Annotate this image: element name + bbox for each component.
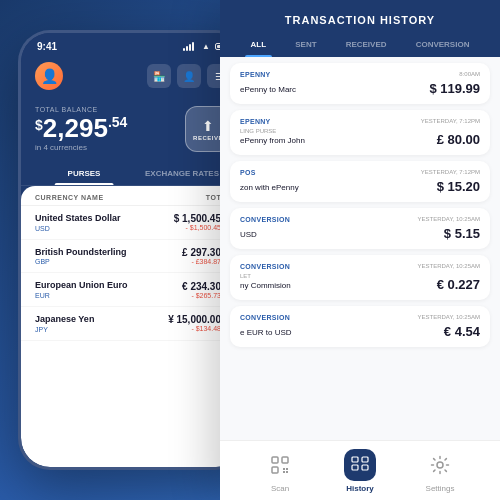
nav-item-history[interactable]: History: [344, 449, 376, 493]
transaction-desc-2: zon with ePenny: [240, 183, 299, 192]
currency-name-eur: European Union Euro: [35, 280, 182, 292]
svg-rect-6: [286, 471, 288, 473]
transaction-title: TRANSACTION HISTORY: [236, 14, 484, 26]
balance-decimal: .54: [108, 114, 127, 130]
transaction-time-5: YESTERDAY, 10:25AM: [418, 314, 480, 320]
currency-change-eur: - $265.73: [182, 292, 221, 299]
transaction-amount-2: $ 15.20: [437, 179, 480, 194]
transaction-desc-0: ePenny to Marc: [240, 85, 296, 94]
currency-value-usd: $ 1,500.45: [174, 213, 221, 224]
transaction-amount-0: $ 119.99: [429, 81, 480, 96]
transaction-item-header-4: CONVERSION YESTERDAY, 10:25AM: [240, 263, 480, 270]
currency-change-jpy: - $134.48: [168, 325, 221, 332]
transaction-sender-0: EPENNY: [240, 71, 271, 78]
transaction-desc-4: LET ny Commision: [240, 273, 291, 292]
transaction-body-0: ePenny to Marc $ 119.99: [240, 81, 480, 96]
svg-rect-2: [272, 467, 278, 473]
transaction-item-header-2: POS YESTERDAY, 7:12PM: [240, 169, 480, 176]
currency-item-jpy[interactable]: Japanese Yen JPY ¥ 15,000.00 - $134.48 ›: [21, 307, 245, 341]
currency-name-usd: United States Dollar: [35, 213, 174, 225]
filter-tab-all[interactable]: ALL: [245, 36, 273, 57]
currency-item-gbp[interactable]: British Poundsterling GBP £ 297.30 - £38…: [21, 240, 245, 274]
transaction-item-header-5: CONVERSION YESTERDAY, 10:25AM: [240, 314, 480, 321]
balance-info: TOTAL BALANCE $2,295.54 in 4 currencies: [35, 106, 185, 152]
svg-rect-1: [282, 457, 288, 463]
phone-tabs: PURSES EXCHANGE RATES: [21, 162, 245, 186]
svg-rect-10: [362, 465, 368, 470]
currency-list: CURRENCY NAME TOTAL United States Dollar…: [21, 186, 245, 467]
transaction-amount-1: £ 80.00: [437, 132, 480, 147]
transaction-item-header-0: EPENNY 8:00AM: [240, 71, 480, 78]
transaction-item-1[interactable]: EPENNY YESTERDAY, 7:12PM LING PURSE ePen…: [230, 110, 490, 155]
currency-list-header: CURRENCY NAME TOTAL: [21, 186, 245, 206]
balance-amount: $2,295.54: [35, 115, 185, 141]
app-header: 👤 🏪 👤 ☰: [21, 56, 245, 98]
transaction-desc-3: USD: [240, 230, 257, 239]
transaction-item-4[interactable]: CONVERSION YESTERDAY, 10:25AM LET ny Com…: [230, 255, 490, 300]
history-icon: [344, 449, 376, 481]
phone-device: 9:41 ▲ 👤 🏪 👤 ☰: [18, 30, 248, 470]
transaction-item-2[interactable]: POS YESTERDAY, 7:12PM zon with ePenny $ …: [230, 161, 490, 202]
nav-item-settings[interactable]: Settings: [424, 449, 456, 493]
shop-icon-button[interactable]: 🏪: [147, 64, 171, 88]
wifi-icon: ▲: [202, 42, 210, 51]
currency-amount-gbp: £ 297.30 - £384.87: [182, 247, 221, 265]
transaction-item-3[interactable]: CONVERSION YESTERDAY, 10:25AM USD $ 5.15: [230, 208, 490, 249]
balance-subtitle: in 4 currencies: [35, 143, 185, 152]
receive-label: RECEIVE: [193, 135, 223, 141]
transaction-time-4: YESTERDAY, 10:25AM: [418, 263, 480, 269]
filter-tab-sent[interactable]: SENT: [289, 36, 322, 57]
svg-point-11: [437, 462, 443, 468]
currency-name-jpy: Japanese Yen: [35, 314, 168, 326]
transaction-sender-2: POS: [240, 169, 256, 176]
transaction-body-1: LING PURSE ePenny from John £ 80.00: [240, 128, 480, 147]
transaction-item-5[interactable]: CONVERSION YESTERDAY, 10:25AM e EUR to U…: [230, 306, 490, 347]
transaction-amount-3: $ 5.15: [444, 226, 480, 241]
svg-rect-0: [272, 457, 278, 463]
transaction-item-header-1: EPENNY YESTERDAY, 7:12PM: [240, 118, 480, 125]
currency-info-usd: United States Dollar USD: [35, 213, 174, 232]
currency-value-eur: € 234.30: [182, 281, 221, 292]
currency-amount-eur: € 234.30 - $265.73: [182, 281, 221, 299]
transaction-time-0: 8:00AM: [459, 71, 480, 77]
col-currency-name: CURRENCY NAME: [35, 194, 104, 201]
filter-tab-conversion[interactable]: CONVERSION: [410, 36, 476, 57]
currency-code-jpy: JPY: [35, 326, 168, 333]
svg-rect-8: [362, 457, 368, 462]
currency-name-gbp: British Poundsterling: [35, 247, 182, 259]
nav-label-history: History: [346, 484, 374, 493]
currency-value-gbp: £ 297.30: [182, 247, 221, 258]
currency-info-jpy: Japanese Yen JPY: [35, 314, 168, 333]
currency-amount-usd: $ 1,500.45 - $1,500.45: [174, 213, 221, 231]
transaction-header: TRANSACTION HISTORY ALL SENT RECEIVED CO…: [220, 0, 500, 57]
transaction-list: EPENNY 8:00AM ePenny to Marc $ 119.99 EP…: [220, 57, 500, 440]
balance-currency-symbol: $: [35, 118, 43, 132]
transaction-sender-1: EPENNY: [240, 118, 271, 125]
tab-exchange-rates[interactable]: EXCHANGE RATES: [133, 162, 231, 185]
currency-value-jpy: ¥ 15,000.00: [168, 314, 221, 325]
transaction-panel: TRANSACTION HISTORY ALL SENT RECEIVED CO…: [220, 0, 500, 500]
transaction-sender-5: CONVERSION: [240, 314, 290, 321]
transaction-sender-3: CONVERSION: [240, 216, 290, 223]
transaction-item-0[interactable]: EPENNY 8:00AM ePenny to Marc $ 119.99: [230, 63, 490, 104]
nav-item-scan[interactable]: Scan: [264, 449, 296, 493]
tab-purses[interactable]: PURSES: [35, 162, 133, 185]
settings-icon: [424, 449, 456, 481]
currency-change-gbp: - £384.87: [182, 258, 221, 265]
transaction-body-2: zon with ePenny $ 15.20: [240, 179, 480, 194]
currency-code-usd: USD: [35, 225, 174, 232]
currency-code-gbp: GBP: [35, 258, 182, 265]
transaction-amount-5: € 4.54: [444, 324, 480, 339]
currency-item-usd[interactable]: United States Dollar USD $ 1,500.45 - $1…: [21, 206, 245, 240]
status-time: 9:41: [37, 41, 57, 52]
status-bar: 9:41 ▲: [21, 33, 245, 56]
balance-label: TOTAL BALANCE: [35, 106, 185, 113]
transaction-time-1: YESTERDAY, 7:12PM: [421, 118, 480, 124]
transaction-body-5: e EUR to USD € 4.54: [240, 324, 480, 339]
filter-tab-received[interactable]: RECEIVED: [340, 36, 393, 57]
transaction-sender-4: CONVERSION: [240, 263, 290, 270]
user-icon-button[interactable]: 👤: [177, 64, 201, 88]
header-icons: 🏪 👤 ☰: [147, 64, 231, 88]
currency-item-eur[interactable]: European Union Euro EUR € 234.30 - $265.…: [21, 273, 245, 307]
bottom-nav: Scan History Settings: [220, 440, 500, 500]
